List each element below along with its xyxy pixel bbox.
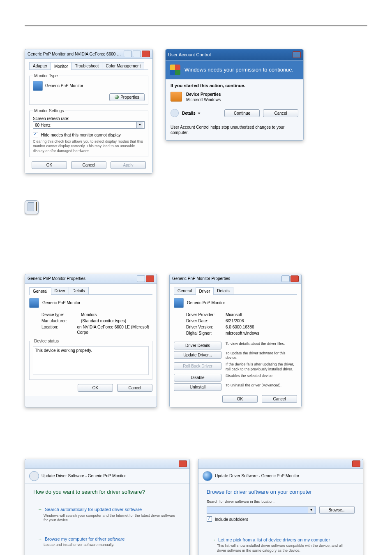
- shield-icon: [170, 65, 180, 75]
- monitor-icon: [33, 81, 43, 91]
- device-type-value: Monitors: [81, 312, 97, 317]
- path-combobox[interactable]: ▾: [207, 506, 316, 514]
- close-button[interactable]: [352, 460, 360, 467]
- tab-monitor[interactable]: Monitor: [51, 62, 71, 70]
- wizard-heading: How do you want to search for driver sof…: [25, 484, 189, 498]
- tab-troubleshoot[interactable]: Troubleshoot: [71, 62, 102, 69]
- driver-details-button[interactable]: Driver Details: [174, 342, 221, 349]
- cancel-button[interactable]: Cancel: [117, 384, 152, 392]
- disable-button[interactable]: Disable: [174, 374, 221, 382]
- help-button[interactable]: [281, 275, 290, 282]
- tab-driver[interactable]: Driver: [196, 287, 214, 295]
- chevron-down-icon: ▾: [308, 507, 314, 513]
- update-driver-wizard-browse: Update Driver Software - Generic PnP Mon…: [198, 459, 363, 555]
- driver-date-label: Driver Date:: [186, 318, 223, 324]
- browse-button[interactable]: Browse...: [319, 506, 355, 514]
- device-properties-icon: [171, 92, 182, 102]
- close-button[interactable]: [146, 275, 154, 282]
- window-title: Generic PnP Monitor Properties: [28, 276, 134, 281]
- monitor-icon: [29, 298, 39, 308]
- close-button[interactable]: [293, 51, 301, 58]
- chevron-down-icon: ▾: [136, 122, 143, 128]
- rollback-driver-desc: If the device fails after updating the d…: [226, 362, 297, 372]
- uninstall-desc: To uninstall the driver (Advanced).: [226, 383, 297, 388]
- device-properties-general: Generic PnP Monitor Properties General D…: [25, 274, 157, 407]
- path-label: Search for driver software in this locat…: [207, 500, 355, 504]
- hide-modes-label: Hide modes that this monitor cannot disp…: [41, 133, 121, 137]
- include-subfolders-checkbox[interactable]: [207, 516, 212, 522]
- tablet-icon: [25, 200, 39, 214]
- close-button[interactable]: [142, 51, 150, 57]
- continue-button[interactable]: Continue: [224, 109, 260, 117]
- update-driver-desc: To update the driver software for this d…: [226, 351, 297, 361]
- monitor-name: Generic PnP Monitor: [187, 300, 225, 305]
- monitor-settings-legend: Monitor Settings: [33, 108, 65, 113]
- manufacturer-value: (Standard monitor types): [81, 318, 126, 324]
- chevron-down-icon: [171, 109, 179, 117]
- tab-color-management[interactable]: Color Management: [102, 62, 144, 69]
- device-type-label: Device type:: [42, 312, 78, 317]
- window-title: User Account Control: [168, 52, 290, 58]
- wizard-heading: Browse for driver software on your compu…: [198, 484, 363, 498]
- close-button[interactable]: [179, 460, 187, 467]
- option-search-auto[interactable]: Search automatically for updated driver …: [32, 502, 182, 527]
- driver-provider-value: Microsoft: [226, 312, 242, 317]
- cancel-button[interactable]: Cancel: [262, 395, 297, 403]
- breadcrumb: Update Driver Software - Generic PnP Mon…: [42, 473, 126, 479]
- help-button[interactable]: [137, 275, 145, 282]
- tab-details[interactable]: Details: [213, 287, 233, 294]
- tab-general[interactable]: General: [174, 287, 196, 294]
- apply-button[interactable]: Apply: [111, 161, 146, 169]
- option-desc: Locate and install driver software manua…: [44, 543, 177, 548]
- tab-general[interactable]: General: [29, 287, 51, 295]
- uac-subtext: If you started this action, continue.: [166, 79, 303, 90]
- option-browse-computer[interactable]: Browse my computer for driver software L…: [32, 532, 182, 552]
- ok-button[interactable]: OK: [222, 395, 258, 403]
- hide-modes-checkbox[interactable]: [33, 132, 38, 137]
- tab-strip: Adapter Monitor Troubleshoot Color Manag…: [29, 62, 148, 70]
- driver-version-value: 6.0.6000.16386: [226, 324, 254, 330]
- tab-details[interactable]: Details: [69, 287, 89, 294]
- uninstall-button[interactable]: Uninstall: [174, 383, 221, 391]
- device-status-text: [33, 346, 149, 375]
- uac-program-name: Device Properties: [186, 92, 221, 97]
- ok-button[interactable]: OK: [32, 161, 67, 169]
- cancel-button[interactable]: Cancel: [71, 161, 106, 169]
- driver-date-value: 6/21/2006: [226, 318, 244, 324]
- back-button[interactable]: [203, 471, 212, 481]
- window-title: Generic PnP Monitor Properties: [172, 276, 279, 281]
- back-button[interactable]: [29, 471, 39, 481]
- driver-provider-label: Driver Provider:: [186, 312, 223, 317]
- ok-button[interactable]: OK: [78, 384, 113, 392]
- monitor-type-legend: Monitor Type: [33, 73, 59, 79]
- window-controls: [124, 51, 150, 57]
- refresh-rate-select[interactable]: 60 Hertz ▾: [33, 121, 145, 129]
- cancel-button[interactable]: Cancel: [263, 109, 298, 117]
- minimize-button[interactable]: [124, 51, 132, 57]
- option-pick-from-list[interactable]: Let me pick from a list of device driver…: [206, 532, 355, 555]
- monitor-name: Generic PnP Monitor: [45, 83, 83, 88]
- digital-signer-value: microsoft windows: [226, 331, 259, 336]
- properties-button[interactable]: Properties: [109, 93, 145, 101]
- tab-adapter[interactable]: Adapter: [29, 62, 51, 69]
- close-button[interactable]: [291, 275, 299, 282]
- include-subfolders-label: Include subfolders: [215, 517, 248, 522]
- window-title: Generic PnP Monitor and NVIDIA GeForce 6…: [28, 51, 121, 57]
- device-properties-driver: Generic PnP Monitor Properties General D…: [169, 274, 302, 407]
- titlebar[interactable]: Generic PnP Monitor and NVIDIA GeForce 6…: [25, 49, 152, 59]
- disable-desc: Disables the selected device.: [226, 374, 297, 379]
- monitor-properties-dialog: Generic PnP Monitor and NVIDIA GeForce 6…: [25, 49, 153, 173]
- titlebar[interactable]: User Account Control: [166, 49, 303, 60]
- uac-publisher: Microsoft Windows: [186, 97, 221, 102]
- update-driver-button[interactable]: Update Driver...: [174, 351, 221, 359]
- update-driver-wizard-search: Update Driver Software - Generic PnP Mon…: [25, 459, 190, 555]
- maximize-button[interactable]: [133, 51, 141, 57]
- uac-headline-bar: Windows needs your permission to contion…: [166, 60, 303, 79]
- option-title: Search automatically for updated driver …: [38, 506, 177, 512]
- uac-dialog: User Account Control Windows needs your …: [165, 49, 304, 141]
- details-toggle[interactable]: Details: [182, 111, 200, 116]
- tab-driver[interactable]: Driver: [51, 287, 69, 294]
- rollback-driver-button[interactable]: Roll Back Driver: [174, 362, 221, 370]
- option-title: Browse my computer for driver software: [38, 536, 177, 542]
- breadcrumb: Update Driver Software - Generic PnP Mon…: [215, 473, 299, 479]
